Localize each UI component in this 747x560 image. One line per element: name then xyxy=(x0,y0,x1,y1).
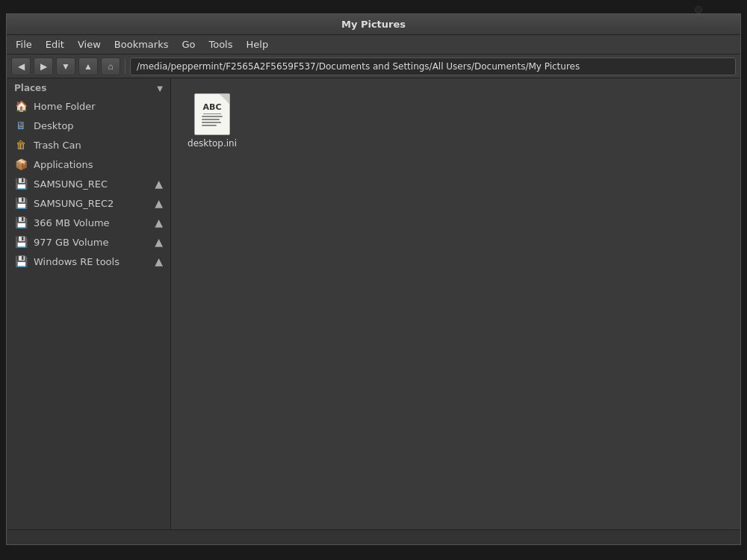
content-area: Places ▼ 🏠 Home Folder 🖥 Desktop 🗑 Trash… xyxy=(7,78,740,529)
titlebar: My Pictures xyxy=(7,14,740,35)
menubar: File Edit View Bookmarks Go Tools Help xyxy=(7,35,740,55)
menu-bookmarks[interactable]: Bookmarks xyxy=(108,37,175,52)
sidebar-item-trash[interactable]: 🗑 Trash Can xyxy=(7,135,170,155)
menu-file[interactable]: File xyxy=(10,37,38,52)
desktop-icon: 🖥 xyxy=(14,119,28,132)
eject-366mb-button[interactable]: ▲ xyxy=(155,217,163,228)
sidebar-item-trash-label: Trash Can xyxy=(34,140,163,151)
menu-view[interactable]: View xyxy=(72,37,107,52)
sidebar: Places ▼ 🏠 Home Folder 🖥 Desktop 🗑 Trash… xyxy=(7,78,171,529)
applications-icon: 📦 xyxy=(14,158,28,171)
366mb-icon: 💾 xyxy=(14,216,28,229)
file-line-4 xyxy=(202,125,217,126)
camera-dot xyxy=(695,6,702,13)
menu-tools[interactable]: Tools xyxy=(202,37,238,52)
up-button[interactable]: ▲ xyxy=(78,57,98,75)
eject-windows-re-button[interactable]: ▲ xyxy=(155,255,163,267)
sidebar-item-applications[interactable]: 📦 Applications xyxy=(7,155,170,174)
trash-icon: 🗑 xyxy=(14,138,28,152)
file-line-3 xyxy=(202,122,221,123)
sidebar-item-windows-re-label: Windows RE tools xyxy=(34,256,149,267)
sidebar-item-977gb[interactable]: 💾 977 GB Volume ▲ xyxy=(7,232,170,252)
toolbar-separator xyxy=(125,59,125,74)
sidebar-item-home[interactable]: 🏠 Home Folder xyxy=(7,96,170,116)
home-icon: 🏠 xyxy=(14,99,28,113)
sidebar-item-samsung-rec2-label: SAMSUNG_REC2 xyxy=(34,198,149,209)
sidebar-item-samsung-rec-label: SAMSUNG_REC xyxy=(34,178,149,190)
eject-samsung-rec-button[interactable]: ▲ xyxy=(155,178,163,190)
sidebar-item-samsung-rec2[interactable]: 💾 SAMSUNG_REC2 ▲ xyxy=(7,193,170,213)
file-desktop-ini[interactable]: ABC desktop.ini xyxy=(182,90,242,152)
file-line-2 xyxy=(202,119,220,120)
window-title: My Pictures xyxy=(341,19,406,30)
samsung-rec-icon: 💾 xyxy=(14,177,28,190)
eject-977gb-button[interactable]: ▲ xyxy=(155,236,163,248)
file-name-desktop-ini: desktop.ini xyxy=(187,138,237,149)
sidebar-item-366mb[interactable]: 💾 366 MB Volume ▲ xyxy=(7,213,170,232)
menu-edit[interactable]: Edit xyxy=(40,37,70,52)
file-abc-label: ABC xyxy=(203,102,222,114)
toolbar: ◀ ▶ ▼ ▲ ⌂ /media/peppermint/F2565A2F5659… xyxy=(7,55,740,78)
dropdown-button[interactable]: ▼ xyxy=(56,57,75,75)
forward-button[interactable]: ▶ xyxy=(34,57,53,75)
file-icon-lines xyxy=(202,116,223,126)
location-bar[interactable]: /media/peppermint/F2565A2F5659F537/Docum… xyxy=(130,57,736,75)
statusbar xyxy=(7,529,740,544)
977gb-icon: 💾 xyxy=(14,235,28,249)
sidebar-item-applications-label: Applications xyxy=(34,159,163,170)
screen-frame: My Pictures File Edit View Bookmarks Go … xyxy=(0,0,747,560)
sidebar-item-windows-re[interactable]: 💾 Windows RE tools ▲ xyxy=(7,252,170,271)
file-line-1 xyxy=(202,116,223,117)
sidebar-collapse-arrow[interactable]: ▼ xyxy=(157,84,163,93)
location-path: /media/peppermint/F2565A2F5659F537/Docum… xyxy=(137,61,580,72)
sidebar-item-desktop[interactable]: 🖥 Desktop xyxy=(7,116,170,135)
windows-re-icon: 💾 xyxy=(14,255,28,268)
sidebar-item-home-label: Home Folder xyxy=(34,101,163,112)
menu-go[interactable]: Go xyxy=(176,37,201,52)
sidebar-item-desktop-label: Desktop xyxy=(34,120,163,131)
sidebar-header-label: Places xyxy=(14,83,46,93)
file-icon-desktop-ini: ABC xyxy=(194,93,230,135)
file-manager-window: My Pictures File Edit View Bookmarks Go … xyxy=(6,13,741,545)
sidebar-item-366mb-label: 366 MB Volume xyxy=(34,217,149,228)
menu-help[interactable]: Help xyxy=(241,37,275,52)
back-button[interactable]: ◀ xyxy=(11,57,31,75)
samsung-rec2-icon: 💾 xyxy=(14,196,28,210)
sidebar-header: Places ▼ xyxy=(7,78,170,96)
eject-samsung-rec2-button[interactable]: ▲ xyxy=(155,197,163,209)
file-area: ABC desktop.ini xyxy=(171,78,740,529)
home-button[interactable]: ⌂ xyxy=(101,57,120,75)
sidebar-item-samsung-rec[interactable]: 💾 SAMSUNG_REC ▲ xyxy=(7,174,170,193)
sidebar-item-977gb-label: 977 GB Volume xyxy=(34,237,149,248)
